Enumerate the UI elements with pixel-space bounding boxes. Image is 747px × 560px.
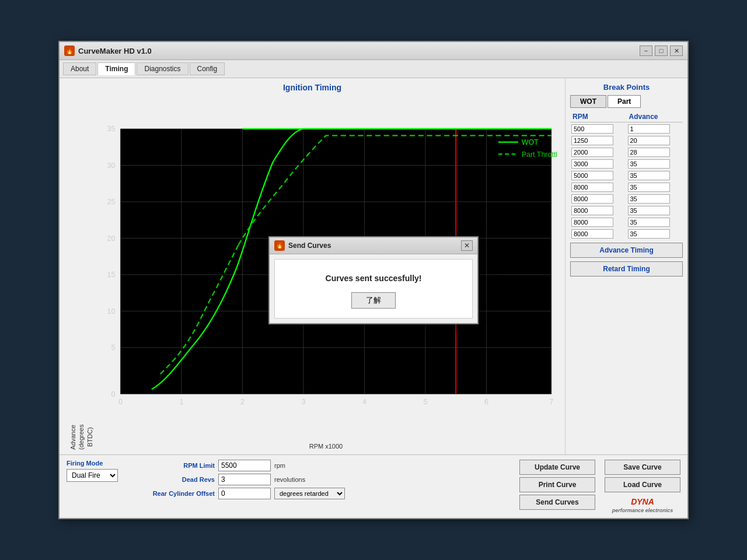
modal-title-left: 🔥 Send Curves [274,240,331,251]
modal-icon: 🔥 [274,240,285,251]
modal-overlay: 🔥 Send Curves ✕ Curves sent succesfully!… [0,0,747,560]
modal-body: Curves sent succesfully! 了解 [274,259,473,318]
send-curves-dialog: 🔥 Send Curves ✕ Curves sent succesfully!… [268,236,479,324]
modal-close-button[interactable]: ✕ [461,240,473,251]
modal-titlebar: 🔥 Send Curves ✕ [270,237,477,254]
modal-message: Curves sent succesfully! [326,274,422,283]
modal-title-text: Send Curves [288,242,331,250]
modal-ok-button[interactable]: 了解 [351,292,396,309]
